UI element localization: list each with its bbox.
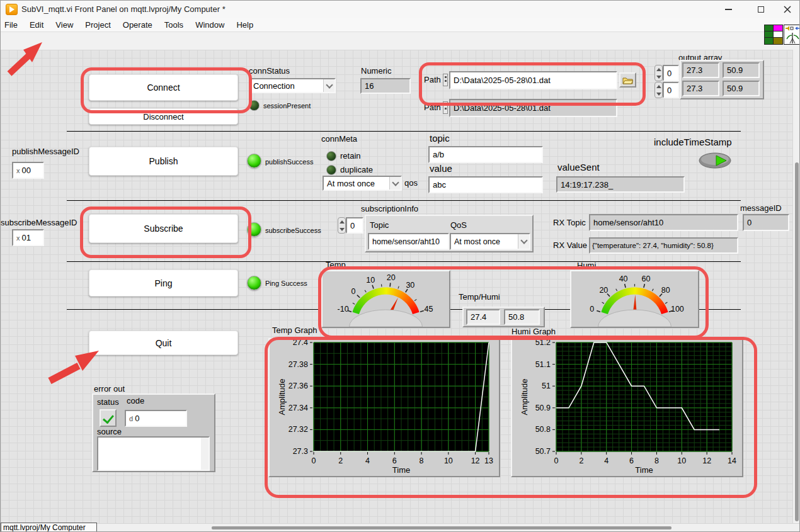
toolbar: 17pt Application Font ? <box>1 32 800 50</box>
menu-help[interactable]: Help <box>236 20 253 30</box>
path-input[interactable]: D:\Data\2025-05-28\01.dat <box>449 71 617 89</box>
svg-text:Time: Time <box>635 465 653 475</box>
subscription-index-stepper[interactable] <box>338 217 346 234</box>
svg-text:12: 12 <box>702 456 711 465</box>
path-indicator-field: D:\Data\2025-05-28\01.dat <box>449 99 617 117</box>
subscription-qos-cell[interactable]: At most once <box>450 233 530 250</box>
annotation-arrow-quit <box>43 342 104 386</box>
vi-icon-antenna <box>784 25 800 45</box>
svg-text:20: 20 <box>387 273 396 282</box>
svg-text:8: 8 <box>420 456 424 465</box>
path-control-label: Path <box>424 76 441 84</box>
message-id-label: messageID <box>740 204 782 213</box>
output-array-index1-stepper[interactable] <box>654 65 663 81</box>
minimize-button[interactable] <box>715 1 741 18</box>
error-status-label: status <box>97 398 119 407</box>
source-scroll-strip <box>201 438 209 470</box>
svg-text:12: 12 <box>471 456 480 465</box>
svg-text:45: 45 <box>424 305 433 314</box>
svg-text:Amplitude: Amplitude <box>520 379 529 416</box>
numeric-label: Numeric <box>361 67 391 76</box>
path-type-glyph <box>443 101 448 114</box>
topic-input[interactable]: a/b <box>428 146 543 163</box>
value-input[interactable]: abc <box>428 176 543 193</box>
output-array-index2-value[interactable]: 0 <box>663 82 679 98</box>
qos-dropdown[interactable]: At most once <box>323 176 402 191</box>
chevron-down-icon <box>389 177 401 190</box>
conn-status-value: Connection <box>250 81 323 91</box>
menu-edit[interactable]: Edit <box>30 20 43 30</box>
browse-button[interactable] <box>619 72 636 88</box>
svg-text:51: 51 <box>542 382 551 390</box>
humi-graph: 0246810121450.750.850.95151.151.2TimeAmp… <box>512 339 742 476</box>
svg-text:8: 8 <box>654 456 659 465</box>
horizontal-scrollbar-thumb[interactable] <box>212 526 671 529</box>
connect-button[interactable]: Connect <box>89 74 238 101</box>
publish-button[interactable]: Publish <box>89 147 238 176</box>
chevron-down-icon <box>323 79 334 92</box>
retain-led[interactable] <box>326 151 336 161</box>
duplicate-label: duplicate <box>340 166 373 174</box>
include-timestamp-switch[interactable] <box>699 152 731 169</box>
radix-display: x <box>16 167 20 174</box>
ping-success-label: Ping Success <box>265 280 307 287</box>
temp-gauge: -10010203045 <box>323 271 449 327</box>
ping-button[interactable]: Ping <box>89 269 238 297</box>
rx-topic-label: RX Topic <box>553 218 586 227</box>
svg-text:10: 10 <box>677 456 686 465</box>
quit-button[interactable]: Quit <box>89 331 238 355</box>
disconnect-button[interactable]: Disconnect <box>89 108 238 125</box>
subscribe-message-id-field[interactable]: x 01 <box>12 229 44 246</box>
svg-text:30: 30 <box>406 281 414 290</box>
context-tab[interactable]: mqtt.lvproj/My Computer <box>1 523 97 532</box>
labview-app-icon <box>6 4 18 15</box>
svg-text:10: 10 <box>366 276 375 285</box>
error-source-field <box>97 436 210 471</box>
output-array-index2-stepper[interactable] <box>654 82 663 98</box>
conn-status-dropdown[interactable]: Connection <box>249 78 336 93</box>
session-present-led <box>249 100 260 111</box>
maximize-button[interactable] <box>748 1 774 18</box>
humi-graph-panel: 0246810121450.750.850.95151.151.2TimeAmp… <box>511 338 743 477</box>
subscribe-button[interactable]: Subscribe <box>89 214 238 243</box>
retain-label: retain <box>340 152 361 161</box>
menu-view[interactable]: View <box>55 20 73 30</box>
subscription-topic-header: Topic <box>370 221 389 230</box>
value-label: value <box>430 164 452 174</box>
subscription-topic-cell[interactable]: home/sensor/aht10 <box>368 233 449 250</box>
menu-project[interactable]: Project <box>85 20 110 30</box>
svg-text:51.2: 51.2 <box>535 339 551 347</box>
svg-text:0: 0 <box>590 305 594 314</box>
vertical-scrollbar[interactable] <box>792 50 800 523</box>
vertical-scrollbar-thumb[interactable] <box>795 162 799 521</box>
duplicate-led[interactable] <box>326 165 336 175</box>
path-indicator-label: Path <box>424 103 441 112</box>
svg-text:27.34: 27.34 <box>289 404 308 412</box>
output-array-cell: 50.9 <box>723 81 760 96</box>
close-button[interactable] <box>774 1 800 18</box>
publish-message-id-field[interactable]: x 00 <box>12 162 44 179</box>
menu-file[interactable]: File <box>4 20 18 30</box>
svg-text:6: 6 <box>629 456 634 465</box>
output-array-index1-value[interactable]: 0 <box>663 65 679 81</box>
rx-value-label: RX Value <box>553 241 587 250</box>
svg-text:2: 2 <box>338 456 343 465</box>
subscription-index-value[interactable]: 0 <box>346 217 363 234</box>
svg-text:-10: -10 <box>338 305 349 314</box>
svg-text:80: 80 <box>661 286 670 295</box>
subscribe-message-id-label: subscribeMessageID <box>1 218 77 227</box>
temp-humi-label: Temp/Humi <box>459 293 500 302</box>
menu-operate[interactable]: Operate <box>123 20 152 30</box>
svg-text:10: 10 <box>444 456 453 465</box>
menu-tools[interactable]: Tools <box>164 20 183 30</box>
menu-window[interactable]: Window <box>195 20 224 30</box>
value-sent-field: 14:19:17.238_ <box>556 176 685 193</box>
section-divider <box>67 200 741 201</box>
radix-display: d <box>129 415 133 422</box>
title-bar: SubVI_mqtt.vi Front Panel on mqtt.lvproj… <box>1 1 800 19</box>
humi-gauge-panel: 020406080100 <box>570 270 699 328</box>
svg-text:40: 40 <box>619 274 628 283</box>
error-code-field: d 0 <box>125 410 187 427</box>
svg-text:14: 14 <box>728 456 736 465</box>
temp-value-field: 27.4 <box>466 309 500 325</box>
